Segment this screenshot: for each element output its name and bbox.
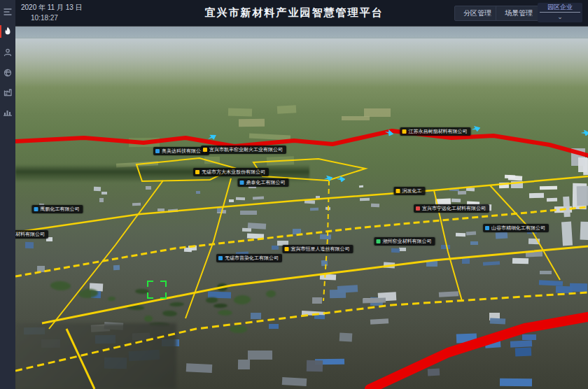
map-building xyxy=(230,325,247,333)
map-building xyxy=(132,202,141,205)
map-building xyxy=(196,191,201,194)
park-enterprise-dropdown[interactable]: 园区企业 ⌄ xyxy=(538,3,582,22)
map-building xyxy=(162,311,177,317)
map-building xyxy=(236,197,245,200)
company-label[interactable]: 无锡市方大木业股份有限公司 xyxy=(193,168,269,176)
company-marker-icon xyxy=(195,170,200,174)
map-building xyxy=(314,315,325,320)
factory-icon[interactable] xyxy=(0,85,15,100)
map-building xyxy=(428,369,440,376)
company-label-text: 潮州窑业材料有限公司 xyxy=(383,239,432,244)
company-label-text: 无锡市普染化工有限公司 xyxy=(225,255,279,261)
map-building xyxy=(310,208,318,211)
company-marker-icon xyxy=(377,239,381,243)
company-label[interactable]: 鼎泰化工有限公司 xyxy=(238,178,289,187)
vehicle-marker-icon[interactable] xyxy=(471,125,481,133)
map-building xyxy=(307,360,323,372)
company-marker-icon xyxy=(416,206,420,211)
map-building xyxy=(570,283,587,292)
map-building xyxy=(127,304,145,310)
company-label-text: 鼎泰化工有限公司 xyxy=(246,180,286,185)
left-toolbar xyxy=(0,0,15,389)
fire-icon[interactable] xyxy=(0,24,15,39)
vehicle-marker-icon[interactable] xyxy=(384,129,394,138)
map-building xyxy=(252,197,263,200)
map-building xyxy=(269,324,279,329)
company-label[interactable]: 山谷市精细化工有限公司 xyxy=(483,224,549,232)
map-building xyxy=(102,192,107,194)
industrial-dark-corner xyxy=(15,323,176,389)
company-label[interactable]: 鹰鹏化工有限公司 xyxy=(32,205,83,213)
company-label[interactable]: 润发化工 xyxy=(394,187,426,195)
dropdown-label: 园区企业 xyxy=(547,3,573,12)
map-building xyxy=(168,209,178,213)
vehicle-marker-icon[interactable] xyxy=(580,129,588,136)
map-building xyxy=(108,297,115,302)
map-building xyxy=(515,347,532,356)
map-building xyxy=(293,229,301,235)
map-building xyxy=(206,297,218,303)
map-building xyxy=(462,257,470,264)
map-building xyxy=(144,316,153,322)
map-building xyxy=(37,266,45,272)
map-building xyxy=(214,304,227,309)
company-label[interactable]: 宜兴市宁远化工材料有限公司 xyxy=(414,204,489,213)
vehicle-marker-icon[interactable] xyxy=(206,133,217,142)
map-building xyxy=(321,260,327,265)
map-building xyxy=(456,233,465,236)
app-window: 奥美达科技有限公司宜兴市凯丰窑业耐火工业有限公司无锡市方大木业股份有限公司鼎泰化… xyxy=(0,0,588,389)
company-label-text: 奥美达科技有限公司 xyxy=(162,148,206,154)
map-building xyxy=(277,105,296,113)
menu-icon[interactable] xyxy=(0,4,15,20)
map-building xyxy=(247,234,264,239)
map-building xyxy=(342,115,370,120)
map-building xyxy=(384,262,396,269)
map-building xyxy=(371,204,379,208)
map-building xyxy=(439,292,458,298)
map-building xyxy=(563,196,570,217)
map-building xyxy=(426,260,438,267)
map-building xyxy=(499,183,509,189)
company-label[interactable]: 江苏永昌树脂材料有限公司 xyxy=(400,127,471,136)
map-building xyxy=(483,261,500,266)
map-building xyxy=(249,133,290,140)
map-building xyxy=(391,248,400,253)
map-building xyxy=(94,187,101,191)
scene-manage-button[interactable]: 场景管理 xyxy=(496,6,542,21)
company-label[interactable]: 宜兴市凯丰窑业耐火工业有限公司 xyxy=(201,146,286,154)
globe-icon[interactable] xyxy=(0,65,15,80)
vehicle-marker-icon[interactable] xyxy=(323,175,333,183)
company-marker-icon xyxy=(240,181,244,185)
bar-chart-icon[interactable] xyxy=(0,104,15,120)
map-building xyxy=(511,181,523,188)
company-marker-icon xyxy=(218,256,223,260)
map-building xyxy=(251,313,261,319)
map-building xyxy=(505,174,515,178)
company-label[interactable]: 潮州窑业材料有限公司 xyxy=(374,237,435,246)
company-label-text: 润发化工 xyxy=(402,188,422,194)
company-label-text: 宜兴市宁远化工材料有限公司 xyxy=(422,206,486,211)
map-3d-view[interactable]: 奥美达科技有限公司宜兴市凯丰窑业耐火工业有限公司无锡市方大木业股份有限公司鼎泰化… xyxy=(15,26,588,389)
company-label[interactable]: 宜兴市恒星人造丝有限公司 xyxy=(283,245,354,253)
vehicle-marker-icon[interactable] xyxy=(336,176,346,183)
map-building xyxy=(555,286,572,294)
map-building xyxy=(526,251,542,257)
map-building xyxy=(128,138,159,147)
map-building xyxy=(466,188,475,192)
map-building xyxy=(578,157,588,173)
company-marker-icon xyxy=(203,148,207,152)
map-building xyxy=(242,228,251,232)
map-building xyxy=(25,241,34,248)
map-building xyxy=(510,340,532,347)
user-icon[interactable] xyxy=(0,45,15,60)
map-building xyxy=(359,185,364,188)
selection-bracket xyxy=(148,281,166,298)
zone-manage-button[interactable]: 分区管理 xyxy=(454,6,500,21)
company-label[interactable]: 宜兴市防水材料有限公司 xyxy=(15,230,48,239)
company-label[interactable]: 无锡市普染化工有限公司 xyxy=(216,254,282,262)
map-building xyxy=(265,290,275,297)
map-building xyxy=(238,360,250,369)
map-building xyxy=(239,118,265,127)
map-building xyxy=(529,193,544,199)
map-building xyxy=(320,234,331,239)
